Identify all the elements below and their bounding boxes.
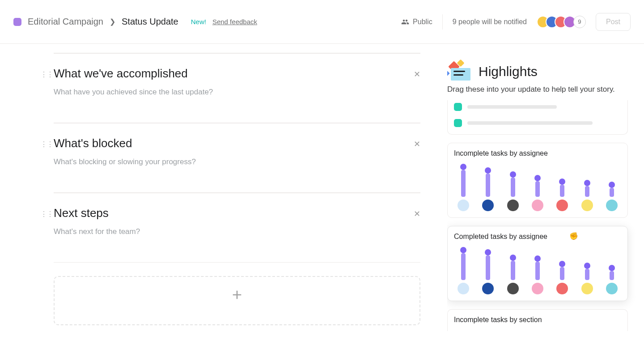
bar-stick	[486, 255, 490, 280]
bar-dot-icon	[534, 175, 541, 181]
mini-bar-chart	[454, 163, 621, 211]
chart-bar	[531, 158, 544, 211]
remove-section-button[interactable]: ✕	[414, 69, 420, 79]
chart-bar	[506, 158, 520, 211]
chart-bar	[580, 158, 594, 211]
remove-section-button[interactable]: ✕	[414, 209, 420, 219]
highlight-card-placeholder[interactable]	[447, 100, 628, 135]
section-accomplished: ⋮⋮ ✕ What we've accomplished What have y…	[54, 53, 420, 120]
avatar	[606, 200, 618, 211]
bar-dot-icon	[510, 171, 516, 178]
chart-bar	[555, 242, 569, 294]
bar-dot-icon	[609, 182, 615, 188]
bar-stick	[461, 170, 466, 197]
bar-stick	[486, 174, 490, 197]
chart-bar	[531, 242, 544, 294]
avatar	[532, 283, 543, 294]
task-chip-icon	[454, 119, 462, 127]
bar-dot-icon	[559, 261, 565, 267]
divider	[54, 262, 420, 263]
send-feedback-link[interactable]: Send feedback	[212, 18, 257, 26]
bar-stick	[511, 178, 515, 197]
highlight-card-title: Incomplete tasks by section	[454, 316, 621, 324]
post-button[interactable]: Post	[596, 13, 631, 31]
avatar-more-count[interactable]: 9	[573, 16, 586, 28]
avatar	[507, 283, 519, 294]
breadcrumb-project[interactable]: Editorial Campaign	[28, 17, 103, 27]
avatar	[458, 283, 469, 294]
bar-dot-icon	[559, 178, 565, 185]
section-title[interactable]: What's blocked	[54, 136, 401, 150]
bar-stick	[585, 269, 589, 280]
drag-handle-icon[interactable]: ⋮⋮	[40, 70, 53, 79]
bar-stick	[535, 262, 540, 280]
list-item	[454, 119, 619, 127]
avatar	[556, 283, 568, 294]
chart-bar	[605, 242, 619, 294]
bar-dot-icon	[460, 247, 466, 253]
chart-bar	[506, 242, 520, 294]
mini-bar-chart	[454, 246, 621, 294]
avatar	[458, 200, 469, 211]
project-color-chip	[13, 18, 21, 26]
avatar	[482, 283, 494, 294]
bar-stick	[461, 253, 466, 280]
avatar	[606, 283, 618, 294]
section-placeholder[interactable]: What's blocking or slowing your progress…	[54, 157, 401, 166]
bar-stick	[535, 181, 540, 197]
divider	[442, 14, 443, 30]
avatar	[532, 200, 543, 211]
bar-dot-icon	[485, 249, 491, 255]
grab-cursor-icon: ✊	[569, 232, 578, 240]
breadcrumb: Editorial Campaign ❯ Status Update	[13, 17, 178, 27]
bar-dot-icon	[584, 263, 590, 269]
bar-stick	[560, 267, 564, 280]
header-bar: Editorial Campaign ❯ Status Update New! …	[0, 0, 644, 44]
breadcrumb-current: Status Update	[122, 17, 178, 27]
bar-dot-icon	[609, 265, 615, 271]
section-placeholder[interactable]: What have you achieved since the last up…	[54, 88, 401, 97]
avatar	[482, 200, 494, 211]
bar-stick	[560, 185, 564, 197]
highlight-card-incomplete-section[interactable]: Incomplete tasks by section	[447, 309, 628, 331]
remove-section-button[interactable]: ✕	[414, 139, 420, 149]
bar-stick	[610, 271, 614, 280]
people-icon	[401, 18, 409, 26]
add-section-button[interactable]	[54, 276, 420, 325]
highlight-card-completed-assignee[interactable]: Completed tasks by assignee ✊	[447, 226, 628, 301]
visibility-toggle[interactable]: Public	[401, 18, 432, 26]
highlights-icon	[447, 62, 470, 81]
bar-dot-icon	[485, 167, 491, 174]
drag-handle-icon[interactable]: ⋮⋮	[40, 210, 53, 218]
chart-bar	[555, 158, 569, 211]
highlights-title: Highlights	[479, 64, 538, 79]
bar-dot-icon	[534, 255, 541, 262]
avatar	[507, 200, 519, 211]
drag-handle-icon[interactable]: ⋮⋮	[40, 140, 53, 149]
task-chip-icon	[454, 103, 462, 111]
plus-icon	[230, 288, 244, 302]
notify-avatar-stack[interactable]: 9	[537, 16, 586, 28]
bar-stick	[610, 188, 614, 197]
visibility-label: Public	[413, 18, 432, 26]
header-tags: New! Send feedback	[191, 18, 257, 26]
chart-bar	[481, 158, 495, 211]
chart-bar	[605, 158, 619, 211]
highlight-card-title: Incomplete tasks by assignee	[454, 149, 621, 157]
avatar	[581, 283, 593, 294]
section-title[interactable]: Next steps	[54, 206, 401, 220]
chevron-right-icon: ❯	[110, 17, 115, 26]
bar-stick	[511, 261, 515, 280]
highlights-subtitle: Drag these into your update to help tell…	[447, 85, 628, 94]
placeholder-line	[467, 105, 557, 109]
highlight-card-incomplete-assignee[interactable]: Incomplete tasks by assignee	[447, 143, 628, 218]
chart-bar	[481, 242, 495, 294]
placeholder-line	[467, 121, 593, 125]
status-editor: ⋮⋮ ✕ What we've accomplished What have y…	[0, 44, 447, 340]
section-title[interactable]: What we've accomplished	[54, 67, 401, 81]
avatar	[556, 200, 568, 211]
bar-stick	[585, 186, 589, 197]
highlight-card-title: Completed tasks by assignee	[454, 233, 621, 241]
section-placeholder[interactable]: What's next for the team?	[54, 227, 401, 236]
bar-dot-icon	[460, 164, 466, 170]
